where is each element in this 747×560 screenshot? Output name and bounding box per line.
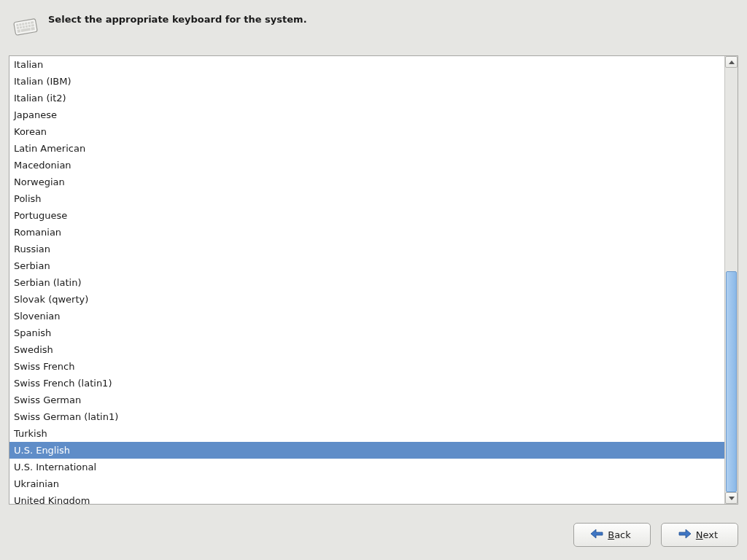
svg-rect-2 xyxy=(19,23,21,26)
keyboard-icon xyxy=(10,13,41,39)
keyboard-list-item[interactable]: Italian (IBM) xyxy=(9,73,724,90)
keyboard-list-item[interactable]: Swedish xyxy=(9,341,724,358)
scrollbar[interactable] xyxy=(724,56,738,504)
svg-rect-7 xyxy=(17,27,19,29)
arrow-right-icon xyxy=(678,529,692,541)
keyboard-list-item[interactable]: Japanese xyxy=(9,106,724,123)
keyboard-list-item[interactable]: Spanish xyxy=(9,324,724,341)
keyboard-list-item[interactable]: Italian (it2) xyxy=(9,90,724,106)
keyboard-list-item[interactable]: Italian xyxy=(9,56,724,73)
keyboard-list-item[interactable]: Swiss French (latin1) xyxy=(9,375,724,392)
keyboard-list-item[interactable]: Portuguese xyxy=(9,207,724,224)
keyboard-list-item[interactable]: Russian xyxy=(9,241,724,257)
keyboard-list-item[interactable]: Serbian (latin) xyxy=(9,274,724,291)
keyboard-list-item[interactable]: Slovak (qwerty) xyxy=(9,291,724,308)
instruction-text: Select the appropriate keyboard for the … xyxy=(48,13,307,26)
svg-rect-9 xyxy=(23,26,25,28)
next-button[interactable]: Next xyxy=(661,523,738,547)
svg-rect-5 xyxy=(28,22,30,24)
svg-rect-15 xyxy=(31,27,35,31)
svg-rect-1 xyxy=(16,24,18,26)
keyboard-list-item[interactable]: Romanian xyxy=(9,224,724,241)
back-button-label: Back xyxy=(608,529,631,540)
keyboard-list-item[interactable]: Polish xyxy=(9,190,724,207)
keyboard-list-item[interactable]: Swiss German xyxy=(9,392,724,408)
keyboard-list[interactable]: ItalianItalian (IBM)Italian (it2)Japanes… xyxy=(9,55,738,505)
keyboard-list-item[interactable]: U.S. English xyxy=(9,442,724,459)
svg-rect-8 xyxy=(20,26,22,28)
keyboard-list-item[interactable]: Turkish xyxy=(9,425,724,442)
keyboard-list-item[interactable]: Slovenian xyxy=(9,308,724,324)
keyboard-list-item[interactable]: Latin American xyxy=(9,140,724,157)
keyboard-list-item[interactable]: U.S. International xyxy=(9,459,724,475)
next-button-label: Next xyxy=(696,529,718,540)
keyboard-list-item[interactable]: Korean xyxy=(9,123,724,140)
keyboard-list-item[interactable]: Swiss French xyxy=(9,358,724,375)
keyboard-list-item[interactable]: Swiss German (latin1) xyxy=(9,408,724,425)
scroll-down-button[interactable] xyxy=(725,492,738,504)
keyboard-list-item[interactable]: Serbian xyxy=(9,257,724,274)
scroll-up-button[interactable] xyxy=(725,56,738,68)
back-button[interactable]: Back xyxy=(573,523,651,547)
keyboard-list-item[interactable]: Macedonian xyxy=(9,157,724,174)
svg-rect-10 xyxy=(26,26,28,28)
keyboard-list-item[interactable]: Norwegian xyxy=(9,174,724,190)
keyboard-list-item[interactable]: Ukrainian xyxy=(9,475,724,492)
svg-rect-3 xyxy=(22,23,24,25)
scrollbar-thumb[interactable] xyxy=(726,271,737,492)
arrow-left-icon xyxy=(590,529,603,541)
scrollbar-track[interactable] xyxy=(725,68,738,492)
keyboard-list-item[interactable]: United Kingdom xyxy=(9,492,724,504)
svg-rect-13 xyxy=(18,29,21,33)
svg-rect-4 xyxy=(25,23,27,25)
svg-rect-11 xyxy=(28,25,31,27)
